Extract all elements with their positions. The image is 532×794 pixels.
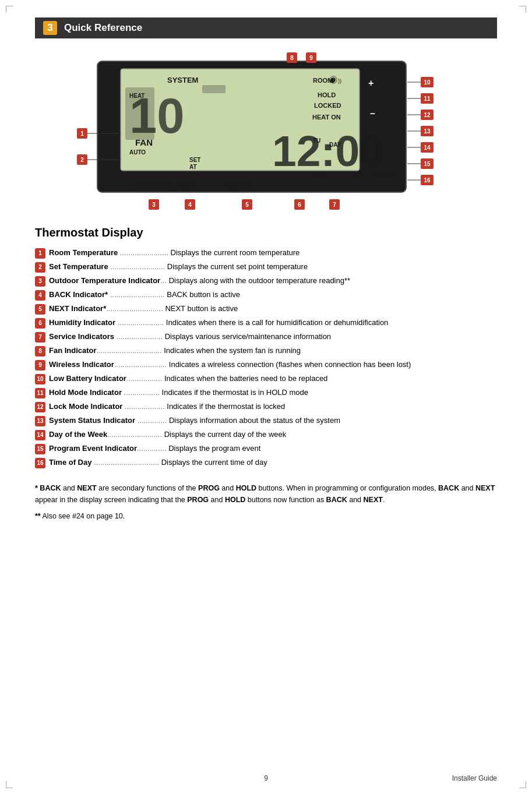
indicator-label-14: Day of the Week <box>49 430 107 439</box>
badge-5: 5 <box>35 304 45 315</box>
svg-text:2: 2 <box>80 157 84 163</box>
indicator-desc-2: Displays the current set point temperatu… <box>165 262 308 271</box>
svg-text:TU: TU <box>313 137 320 144</box>
list-item: 11Hold Mode Indicator ................. … <box>35 387 497 398</box>
indicator-label-4: BACK Indicator* <box>49 290 108 299</box>
svg-text:12: 12 <box>424 112 431 118</box>
list-item: 16Time of Day ..........................… <box>35 457 497 468</box>
indicator-dots-3: ... <box>160 276 167 285</box>
indicator-dots-16: ............................... <box>91 458 159 467</box>
svg-text:AUTO: AUTO <box>129 149 146 156</box>
svg-text:AT: AT <box>189 164 197 170</box>
indicator-text-8: Fan Indicator...........................… <box>49 345 301 356</box>
indicator-label-7: Service Indicators <box>49 332 114 341</box>
section-title: Quick Reference <box>64 22 142 34</box>
footnote: ** Also see #24 on page 10. <box>35 510 497 522</box>
badge-8: 8 <box>35 346 45 357</box>
indicator-desc-9: Indicates a wireless connection (flashes… <box>167 360 411 369</box>
indicator-label-12: Lock Mode Indicator <box>49 402 122 411</box>
svg-text:15: 15 <box>424 161 431 167</box>
svg-text:16: 16 <box>424 177 431 183</box>
badge-13: 13 <box>35 416 45 426</box>
svg-text:4: 4 <box>188 202 192 208</box>
indicator-label-1: Room Temperature <box>49 248 118 257</box>
indicator-label-11: Hold Mode Indicator <box>49 388 122 397</box>
indicator-text-14: Day of the Week.........................… <box>49 429 286 440</box>
badge-14: 14 <box>35 430 45 440</box>
svg-text:SERVICE: SERVICE <box>371 172 397 179</box>
indicator-label-9: Wireless Indicator <box>49 360 114 369</box>
corner-tl <box>6 6 13 13</box>
indicator-label-13: System Status Indicator <box>49 416 135 425</box>
indicator-desc-4: BACK button is active <box>165 290 240 299</box>
indicator-dots-8: ............................... <box>97 346 162 355</box>
svg-text:+: + <box>368 78 374 88</box>
svg-text:PM: PM <box>354 172 364 179</box>
indicator-dots-4: .......................... <box>108 290 165 299</box>
indicator-dots-12: ................... <box>122 402 164 411</box>
svg-text:DAY: DAY <box>329 142 341 148</box>
indicator-text-10: Low Battery Indicator................. I… <box>49 373 327 384</box>
thermostat-diagram: SYSTEM 10 SET AT 12:00 ROOM ☻ )) HOLD LO… <box>35 52 497 210</box>
svg-text:13: 13 <box>424 128 431 135</box>
indicator-text-5: NEXT Indicator*.........................… <box>49 304 238 314</box>
list-item: 9Wireless Indicator.....................… <box>35 359 497 370</box>
badge-9: 9 <box>35 360 45 370</box>
svg-text:6: 6 <box>298 202 301 208</box>
indicator-dots-9: ......................... <box>114 360 167 369</box>
footnotes-section: * BACK and NEXT are secondary functions … <box>35 482 497 522</box>
section-number: 3 <box>43 21 57 35</box>
corner-tr <box>519 6 526 13</box>
svg-text:–: – <box>370 108 375 118</box>
indicator-label-3: Outdoor Temperature Indicator <box>49 276 160 285</box>
badge-10: 10 <box>35 374 45 384</box>
thermostat-svg: SYSTEM 10 SET AT 12:00 ROOM ☻ )) HOLD LO… <box>45 52 488 210</box>
page-footer: 9 Installer Guide <box>0 774 532 782</box>
indicator-text-15: Program Event Indicator.............. Di… <box>49 443 260 454</box>
svg-text:OUTDOOR: OUTDOOR <box>137 181 167 188</box>
indicator-text-6: Humidity Indicator .....................… <box>49 317 388 328</box>
indicator-dots-14: .......................... <box>107 430 162 439</box>
indicator-label-5: NEXT Indicator* <box>49 304 106 313</box>
list-item: 2Set Temperature .......................… <box>35 262 497 273</box>
indicator-dots-13: .............. <box>135 416 167 425</box>
indicator-label-15: Program Event Indicator <box>49 444 137 453</box>
indicator-desc-14: Displays the current day of the week <box>162 430 286 439</box>
doc-title: Installer Guide <box>452 774 497 782</box>
svg-text:7: 7 <box>333 202 336 208</box>
indicator-label-2: Set Temperature <box>49 262 108 271</box>
indicator-desc-13: Displays information about the status of… <box>167 416 340 425</box>
badge-1: 1 <box>35 248 45 259</box>
badge-12: 12 <box>35 402 45 412</box>
indicator-desc-10: Indicates when the batteries need to be … <box>162 374 327 383</box>
svg-text:BACK: BACK <box>167 181 196 192</box>
indicator-text-1: Room Temperature .......................… <box>49 248 300 258</box>
badge-11: 11 <box>35 388 45 398</box>
badge-7: 7 <box>35 332 45 343</box>
list-item: 7Service Indicators ....................… <box>35 331 497 343</box>
svg-text:HOLD: HOLD <box>318 91 336 98</box>
list-item: 15Program Event Indicator.............. … <box>35 443 497 454</box>
list-item: 12Lock Mode Indicator ..................… <box>35 401 497 412</box>
list-item: 8Fan Indicator..........................… <box>35 345 497 357</box>
indicator-desc-7: Displays various service/maintenance inf… <box>163 332 331 341</box>
indicator-desc-11: Indicates if the thermostat is in HOLD m… <box>160 388 308 397</box>
badge-2: 2 <box>35 262 45 273</box>
svg-text:SET: SET <box>189 157 200 163</box>
indicator-text-9: Wireless Indicator......................… <box>49 359 411 370</box>
svg-text:3: 3 <box>152 202 156 208</box>
indicator-label-10: Low Battery Indicator <box>49 374 126 383</box>
indicator-text-12: Lock Mode Indicator ................... … <box>49 401 285 412</box>
indicator-desc-12: Indicates if the thermostat is locked <box>165 402 286 411</box>
badge-4: 4 <box>35 290 45 301</box>
svg-text:FAN: FAN <box>135 137 153 147</box>
list-item: 13System Status Indicator ..............… <box>35 415 497 426</box>
indicator-list: 1Room Temperature ......................… <box>35 248 497 468</box>
indicator-label-16: Time of Day <box>49 458 91 467</box>
list-item: 14Day of the Week.......................… <box>35 429 497 440</box>
list-item: 3Outdoor Temperature Indicator... Displa… <box>35 276 497 287</box>
svg-rect-3 <box>202 85 226 93</box>
indicator-desc-1: Displays the current room temperature <box>168 248 300 257</box>
indicator-text-16: Time of Day ............................… <box>49 457 267 468</box>
indicator-text-13: System Status Indicator .............. D… <box>49 415 340 426</box>
